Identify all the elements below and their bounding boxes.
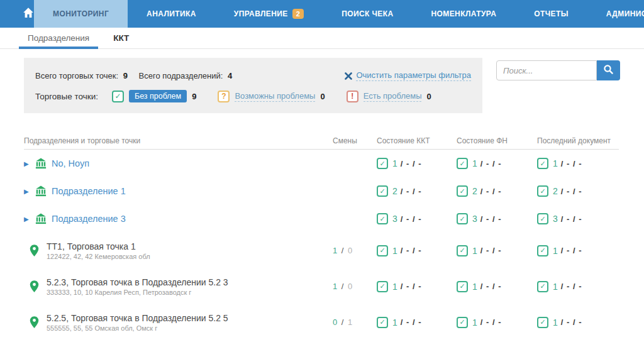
fn-status-cell: ✓ 1 / - / - [457, 317, 537, 328]
total-points-label: Всего торговых точек: [35, 71, 118, 80]
fn-status-cell: ✓ 1 / - / - [457, 245, 537, 256]
check-icon: ✓ [112, 91, 124, 102]
column-header-fn: Состояние ФН [457, 136, 537, 145]
check-icon: ✓ [377, 213, 388, 224]
check-icon: ✓ [537, 281, 548, 292]
nav-item-nomenclature[interactable]: НОМЕНКЛАТУРА [413, 0, 516, 28]
check-icon: ✓ [457, 185, 468, 197]
search-input[interactable] [496, 60, 597, 80]
doc-status-cell: ✓ 1 / - / - [537, 281, 619, 292]
home-button[interactable] [23, 0, 34, 28]
location-pin-icon [30, 245, 41, 256]
doc-status-cell: ✓ 3 / - / - [537, 213, 619, 224]
search-area [496, 58, 620, 113]
clear-filters-button[interactable]: Очистить параметры фильтра [345, 70, 471, 81]
nav-item-label: АДМИНИСТРИРОВАНИЕ [606, 9, 644, 18]
status-filter-warning[interactable]: ? Возможны проблемы 0 [218, 91, 325, 102]
check-icon: ✓ [457, 245, 468, 256]
doc-status-cell: ✓ 1 / - / - [537, 245, 619, 256]
nav-item-label: ОТЧЕТЫ [534, 9, 569, 18]
nav-item-label: МОНИТОРИНГ [53, 9, 109, 18]
status-filter-ok[interactable]: ✓ Без проблем 9 [112, 90, 196, 102]
totals-summary: Всего торговых точек: 9 Всего подразделе… [35, 71, 241, 80]
nav-item-label: АНАЛИТИКА [147, 9, 196, 18]
status-error-label: Есть проблемы [364, 91, 422, 102]
fn-status-cell: ✓ 1 / - / - [457, 281, 537, 292]
shifts-cell: 1 / 0 [333, 246, 377, 255]
check-icon: ✓ [457, 158, 468, 169]
expand-caret-icon[interactable]: ▶ [24, 216, 30, 223]
kkt-status-cell: ✓ 1 / - / - [377, 281, 457, 292]
table-row[interactable]: ТТ1, Торговая точка 1 122422, 42, 42 Кем… [24, 233, 619, 268]
division-bank-icon [35, 185, 47, 197]
question-icon: ? [218, 91, 230, 102]
division-name[interactable]: Подразделение 3 [52, 214, 126, 224]
status-warning-label: Возможны проблемы [235, 91, 315, 102]
top-navbar: МОНИТОРИНГ АНАЛИТИКА УПРАВЛЕНИЕ 2 ПОИСК … [0, 0, 644, 28]
column-header-shifts: Смены [333, 136, 377, 145]
check-icon: ✓ [537, 185, 548, 197]
management-badge: 2 [292, 9, 304, 19]
point-address: 122422, 42, 42 Кемеровская обл [47, 253, 150, 260]
check-icon: ✓ [537, 245, 548, 256]
check-icon: ✓ [537, 158, 548, 169]
kkt-status-cell: ✓ 1 / - / - [377, 317, 457, 328]
check-icon: ✓ [377, 185, 388, 197]
fn-status-cell: ✓ 2 / - / - [457, 185, 537, 197]
doc-status-cell: ✓ 2 / - / - [537, 185, 619, 197]
check-icon: ✓ [457, 317, 468, 328]
table-row[interactable]: ▶ No, Ноуп ✓ 1 / - / - ✓ 1 / - / - ✓ 1 /… [24, 150, 619, 177]
division-name[interactable]: No, Ноуп [52, 158, 89, 168]
status-warning-count: 0 [320, 92, 325, 101]
point-address: 555555, 55, 55 Омская обл, Омск г [47, 324, 228, 332]
tab-kkt[interactable]: ККТ [109, 28, 133, 48]
fn-status-cell: ✓ 3 / - / - [457, 213, 537, 224]
nav-item-receipt-search[interactable]: ПОИСК ЧЕКА [323, 0, 412, 28]
nav-item-management[interactable]: УПРАВЛЕНИЕ 2 [215, 0, 323, 28]
clear-filters-label: Очистить параметры фильтра [356, 70, 471, 81]
nav-item-analytics[interactable]: АНАЛИТИКА [128, 0, 215, 28]
location-pin-icon [30, 280, 41, 292]
table-row[interactable]: 5.2.3, Торговая точка в Подразделении 5.… [24, 268, 619, 304]
column-header-last-document: Последний документ [537, 136, 619, 145]
status-filter-error[interactable]: ! Есть проблемы 0 [347, 91, 431, 102]
kkt-status-cell: ✓ 1 / - / - [377, 158, 457, 169]
status-ok-count: 9 [192, 92, 196, 101]
table-row[interactable]: 5.2.5, Торговая точка в Подразделении 5.… [24, 304, 619, 340]
nav-item-administration[interactable]: АДМИНИСТРИРОВАНИЕ [587, 0, 644, 28]
shifts-cell: 0 / 1 [333, 317, 377, 327]
kkt-status-cell: ✓ 1 / - / - [377, 245, 457, 256]
division-name[interactable]: Подразделение 1 [52, 186, 126, 196]
point-name[interactable]: ТТ1, Торговая точка 1 [47, 241, 150, 251]
check-icon: ✓ [457, 281, 468, 292]
table-row[interactable]: ▶ Подразделение 3 ✓ 3 / - / - ✓ 3 / - / … [24, 205, 619, 233]
total-points-value: 9 [123, 71, 128, 80]
nav-item-label: НОМЕНКЛАТУРА [431, 9, 497, 18]
search-button[interactable] [597, 60, 620, 80]
filter-panel: Всего торговых точек: 9 Всего подразделе… [24, 58, 482, 113]
doc-status-cell: ✓ 1 / - / - [537, 317, 619, 328]
tab-label: ККТ [113, 33, 129, 43]
shifts-cell: 1 / 0 [333, 282, 377, 291]
expand-caret-icon[interactable]: ▶ [24, 160, 30, 167]
status-error-count: 0 [426, 92, 431, 101]
check-icon: ✓ [377, 158, 388, 169]
point-name[interactable]: 5.2.3, Торговая точка в Подразделении 5.… [47, 277, 228, 287]
point-name[interactable]: 5.2.5, Торговая точка в Подразделении 5.… [47, 313, 228, 323]
status-ok-label: Без проблем [129, 90, 187, 102]
search-icon [603, 64, 614, 77]
check-icon: ✓ [377, 245, 388, 256]
location-pin-icon [30, 316, 41, 328]
kkt-status-cell: ✓ 2 / - / - [377, 185, 457, 197]
expand-caret-icon[interactable]: ▶ [24, 188, 30, 195]
table-row[interactable]: ▶ Подразделение 1 ✓ 2 / - / - ✓ 2 / - / … [24, 177, 619, 205]
check-icon: ✓ [537, 213, 548, 224]
check-icon: ✓ [457, 213, 468, 224]
tab-divisions[interactable]: Подразделения [24, 28, 93, 48]
doc-status-cell: ✓ 1 / - / - [537, 158, 619, 169]
nav-item-monitoring[interactable]: МОНИТОРИНГ [34, 0, 128, 28]
division-bank-icon [35, 213, 47, 224]
fn-status-cell: ✓ 1 / - / - [457, 158, 537, 169]
nav-item-reports[interactable]: ОТЧЕТЫ [515, 0, 587, 28]
points-filter-label: Торговые точки: [35, 92, 98, 101]
